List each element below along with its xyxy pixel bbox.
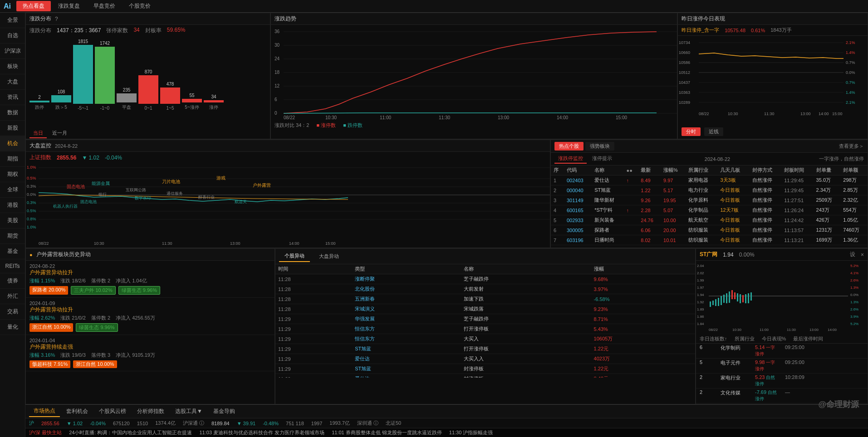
sidebar-item-bankuai[interactable]: 板块	[0, 59, 25, 74]
table-row[interactable]: 11:29 恒信东方 大买入 10605万	[275, 334, 695, 344]
hist-stock-tag[interactable]: 骸超科技 7.91%	[29, 360, 70, 368]
svg-text:2.1%: 2.1%	[846, 100, 855, 105]
cell-pct: 10.02	[661, 245, 686, 248]
list-item[interactable]: 2 家电行业 5.23 自然涨停 10:28:09	[696, 374, 868, 388]
svg-text:12: 12	[275, 83, 280, 88]
sidebar-item-shuju[interactable]: 数据	[0, 105, 25, 121]
cell-name: 大买入	[461, 334, 591, 344]
zangjie-help-btn[interactable]: ?	[55, 16, 58, 22]
history-panel: ● 户外露营板块历史异动 2024-08-22 户外露营异动拉升 涨幅 1.15…	[25, 248, 275, 404]
table-row[interactable]: 11:29 恒信东方 打开涨停板 5.43%	[275, 324, 695, 334]
tab-review[interactable]: 涨跌复盘	[52, 1, 86, 11]
hist-item: 2024-08-22 户外露营异动拉升 涨幅 1.15% 涨跌 18/2/6 落…	[26, 261, 275, 298]
yesterday-panel: 昨日涨停今日表现 昨日涨停_含一字 10575.48 0.61% 1843万手 …	[677, 13, 868, 139]
sidebar-item-xingu[interactable]: 新股	[0, 121, 25, 136]
sidebar-item-huliang[interactable]: 沪深凉	[0, 44, 25, 59]
table-row[interactable]: 11:29 爱仕达 大买入入 4023万	[275, 354, 695, 364]
hist-stock-tag[interactable]: 三夫户外 10.02%	[71, 286, 115, 295]
table-row[interactable]: 2 000040 ST旭蓝 1.22 5.17 电力行业 今日首板 自然涨停 1…	[551, 185, 868, 195]
hotstock-tab-individual[interactable]: 热点个股	[554, 142, 584, 151]
bottom-nav-analyst[interactable]: 分析师指数	[132, 406, 169, 417]
hist-stock-tag[interactable]: 探路者 20.00%	[29, 286, 68, 295]
sidebar-item-zixuan[interactable]: 自选	[0, 28, 25, 44]
sidebar-item-quanqiu[interactable]: 全球	[0, 182, 25, 198]
table-row[interactable]: 6 300005 探路者 6.06 20.00 纺织服装 今日首板 自然涨停 1…	[551, 225, 868, 235]
status-bk50: 北证50	[386, 420, 401, 427]
table-row[interactable]: 11:28 五洲新春 加速下跌 -6.58%	[275, 294, 695, 304]
ztab-today[interactable]: 当日	[29, 129, 47, 138]
table-row[interactable]: 11:28 宋城演义 宋城跌落 9.23%	[275, 304, 695, 314]
list-item[interactable]: 5 电子元件 9.98 一字涨停 09:25:00	[696, 359, 868, 374]
yesterday-tab-fens[interactable]: 分时	[682, 127, 701, 136]
settings-icon[interactable]: 设	[850, 251, 855, 258]
table-row[interactable]: 7 603196 日播时尚 8.02 10.01 纺织服装 今日首板 自然涨停 …	[551, 235, 868, 245]
yesterday-tab-juxian[interactable]: 近线	[704, 127, 723, 136]
cell-method: 自然涨停	[750, 245, 781, 248]
list-item[interactable]: 6 化学制药 5.14 一字涨停 09:25:00	[696, 344, 868, 359]
sidebar-item-meigu[interactable]: 美股	[0, 213, 25, 228]
sidebar-item-waihui[interactable]: 外汇	[0, 289, 25, 304]
bottom-nav-selector[interactable]: 选股工具▼	[171, 406, 207, 417]
svg-text:14:00: 14:00	[828, 328, 837, 332]
status-sz-pos: 1997	[311, 421, 322, 426]
table-row[interactable]: 5 002933 新兴装备 24.76 10.00 航天航空 今日首板 自然涨停…	[551, 215, 868, 225]
cell-board: 今日首板	[717, 215, 749, 225]
svg-rect-115	[748, 293, 749, 303]
table-row[interactable]: 3 301149 隆华新材 9.26 19.95 化学原料 今日首板 自然涨停 …	[551, 195, 868, 205]
cell-method: 自然涨停	[750, 215, 781, 225]
hotstock-subtab-monitor[interactable]: 涨跌停监控	[554, 154, 587, 164]
sidebar-item-qiquan[interactable]: 期权	[0, 167, 25, 182]
table-row[interactable]: 11:29 爱仕达 封涨停板 8.49元	[275, 374, 695, 378]
ztab-month[interactable]: 近一月	[49, 129, 71, 138]
svg-rect-101	[710, 301, 711, 307]
hist-stock-tag[interactable]: 浙江自然 10.00%	[73, 360, 117, 368]
table-row[interactable]: 1 002403 爱仕达 ↑ 8.49 9.97 家用电器 3天3板 自然涨停 …	[551, 175, 868, 185]
sidebar-item-zhaiquan[interactable]: 债券	[0, 273, 25, 289]
hotstock-tab-sector[interactable]: 强势板块	[585, 142, 614, 151]
bottom-nav-fund[interactable]: 基金导购	[209, 406, 240, 417]
abn-tab-individual[interactable]: 个股异动	[279, 251, 310, 262]
table-row[interactable]: 8 002780 三夫户外 9.22 10.02 纺织服装 今日首板 自然涨停 …	[551, 245, 868, 248]
sidebar-item-quanjing[interactable]: 全景	[0, 13, 25, 28]
hist-stock-tag[interactable]: 绿茵生态 9.96%	[118, 286, 160, 295]
bottom-nav-arbitrage[interactable]: 套利机会	[62, 406, 93, 417]
top-bar: Ai 热点看盘 涨跌复盘 早盘竞价 个股竞价	[0, 0, 868, 13]
abn-tab-market[interactable]: 大盘异动	[314, 251, 344, 262]
svg-rect-110	[734, 292, 736, 299]
sidebar-item-reits[interactable]: REITs	[0, 259, 25, 273]
sidebar-item-qihuo[interactable]: 期货	[0, 228, 25, 244]
bottom-nav-stock-rank[interactable]: 个股风云榜	[94, 406, 131, 417]
table-row[interactable]: 11:28 涨断停聚 芝子融跌停 9.68%	[275, 274, 695, 284]
table-row[interactable]: 11:29 华强发展 芝子融跌停 8.71%	[275, 314, 695, 324]
sidebar-item-jihui[interactable]: 机会	[0, 136, 25, 151]
sidebar-item-zixun[interactable]: 资讯	[0, 90, 25, 105]
sidebar-item-jijin[interactable]: 基金	[0, 244, 25, 259]
table-row[interactable]: 11:29 ST旭蓝 封涨停板 1.22元	[275, 364, 695, 374]
bottom-nav-hotspot[interactable]: 市场热点	[29, 406, 60, 417]
cell-name: 新兴装备	[592, 215, 623, 225]
tab-premarket[interactable]: 早盘竞价	[87, 1, 122, 11]
table-row[interactable]: 11:28 北化股份 大前发射 3.97%	[275, 284, 695, 294]
tab-individual[interactable]: 个股竞价	[123, 1, 157, 11]
cell-industry: 纺织服装	[686, 225, 717, 235]
close-icon[interactable]: ×	[861, 252, 864, 258]
table-row[interactable]: 11:29 ST旭蓝 打开涨停板 1.22元	[275, 344, 695, 354]
hotstock-filter[interactable]: 一字涨停，自然涨停	[819, 155, 864, 162]
tab-hotspot[interactable]: 热点看盘	[16, 1, 51, 11]
sidebar-item-jiaoyi[interactable]: 交易	[0, 304, 25, 320]
list-item[interactable]: 2 互联网服务 -7.36 自然涨停 —	[696, 403, 868, 404]
hotstock-more[interactable]: 查看更多＞	[839, 143, 864, 150]
svg-text:24: 24	[275, 56, 280, 61]
abnormal-panel: 个股异动 大盘异动 时间 类型 名称 涨幅	[275, 248, 696, 404]
sidebar-item-dapan[interactable]: 大盘	[0, 74, 25, 90]
hotstock-subtab-alert[interactable]: 涨停提示	[588, 154, 616, 164]
table-row[interactable]: 4 600165 *ST宁科 ↑ 2.28 5.07 化学制品 12天7板 自然…	[551, 205, 868, 215]
cell-code: 600165	[564, 205, 592, 215]
hist-stock-tag[interactable]: 浙江自然 10.00%	[29, 323, 73, 332]
list-item[interactable]: 2 文化传媒 -7.69 自然涨停 —	[696, 388, 868, 403]
hist-stock-tag[interactable]: 绿茵生态 9.96%	[76, 323, 118, 332]
sidebar-item-qizhi[interactable]: 期指	[0, 151, 25, 167]
sidebar-item-ganggu[interactable]: 港股	[0, 198, 25, 213]
sidebar-item-lianghua[interactable]: 量化	[0, 320, 25, 335]
svg-text:固态电池: 固态电池	[67, 184, 85, 189]
